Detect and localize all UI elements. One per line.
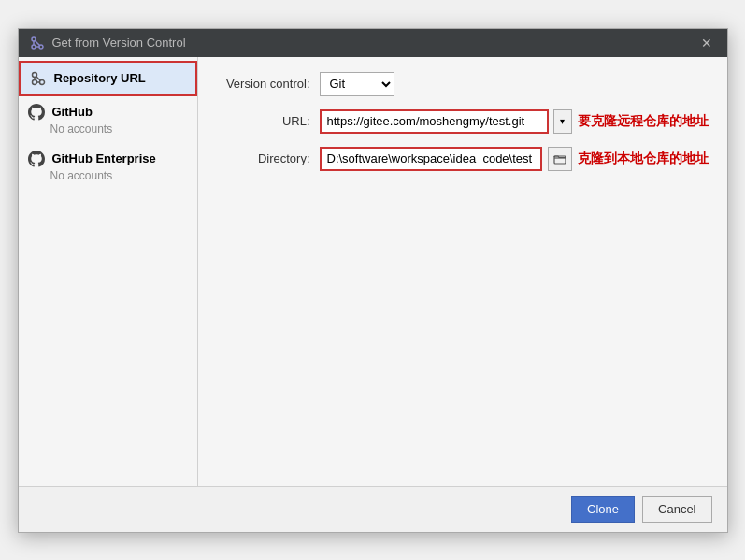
sidebar-item-github-enterprise[interactable]: GitHub Enterprise No accounts bbox=[19, 143, 197, 190]
cancel-button[interactable]: Cancel bbox=[642, 496, 711, 523]
directory-row: Directory: 克隆到本地仓库的地址 bbox=[217, 147, 709, 171]
url-dropdown-button[interactable]: ▾ bbox=[553, 109, 572, 134]
dialog-body: Repository URL GitHub No accounts bbox=[19, 57, 727, 486]
svg-point-8 bbox=[32, 79, 36, 84]
svg-point-2 bbox=[32, 45, 36, 49]
vcs-icon bbox=[30, 70, 47, 87]
sidebar-item-label-github: GitHub bbox=[52, 105, 93, 119]
title-bar: Get from Version Control ✕ bbox=[19, 29, 727, 57]
sidebar-item-repository-url[interactable]: Repository URL bbox=[19, 61, 197, 96]
directory-annotation: 克隆到本地仓库的地址 bbox=[578, 151, 709, 167]
clone-button[interactable]: Clone bbox=[571, 496, 635, 523]
svg-line-11 bbox=[36, 76, 39, 79]
svg-point-0 bbox=[32, 37, 36, 41]
sidebar: Repository URL GitHub No accounts bbox=[19, 57, 198, 486]
version-control-label: Version control: bbox=[217, 77, 310, 91]
sidebar-item-github[interactable]: GitHub No accounts bbox=[19, 96, 197, 143]
dialog: Get from Version Control ✕ bbox=[18, 28, 728, 533]
directory-input[interactable] bbox=[320, 147, 542, 171]
ghe-sub-label: No accounts bbox=[28, 169, 188, 182]
version-control-wrapper: Git bbox=[320, 72, 709, 96]
browse-button[interactable] bbox=[548, 147, 572, 171]
svg-point-6 bbox=[32, 72, 36, 77]
directory-wrapper: 克隆到本地仓库的地址 bbox=[320, 147, 709, 171]
directory-label: Directory: bbox=[217, 151, 310, 165]
sidebar-item-label-ghe: GitHub Enterprise bbox=[52, 151, 156, 165]
dialog-title: Get from Version Control bbox=[52, 36, 186, 50]
close-button[interactable]: ✕ bbox=[697, 34, 716, 52]
github-enterprise-icon bbox=[28, 151, 45, 167]
url-annotation: 要克隆远程仓库的地址 bbox=[578, 113, 709, 130]
github-icon bbox=[28, 104, 45, 121]
title-bar-left: Get from Version Control bbox=[30, 36, 186, 50]
svg-line-5 bbox=[35, 40, 39, 45]
url-row: URL: ▾ 要克隆远程仓库的地址 bbox=[217, 109, 709, 134]
url-wrapper: ▾ 要克隆远程仓库的地址 bbox=[320, 109, 709, 134]
main-content: Version control: Git URL: ▾ 要克隆远程仓库的地址 bbox=[198, 57, 727, 486]
sidebar-item-label-repo-url: Repository URL bbox=[54, 71, 146, 85]
github-sub-label: No accounts bbox=[28, 122, 188, 136]
svg-point-7 bbox=[39, 79, 44, 84]
url-input[interactable] bbox=[320, 109, 549, 134]
version-control-select[interactable]: Git bbox=[320, 72, 394, 96]
svg-point-1 bbox=[39, 45, 43, 49]
dialog-footer: Clone Cancel bbox=[19, 486, 727, 532]
vcs-title-icon bbox=[30, 36, 45, 50]
url-label: URL: bbox=[217, 114, 310, 128]
version-control-row: Version control: Git bbox=[217, 72, 709, 96]
